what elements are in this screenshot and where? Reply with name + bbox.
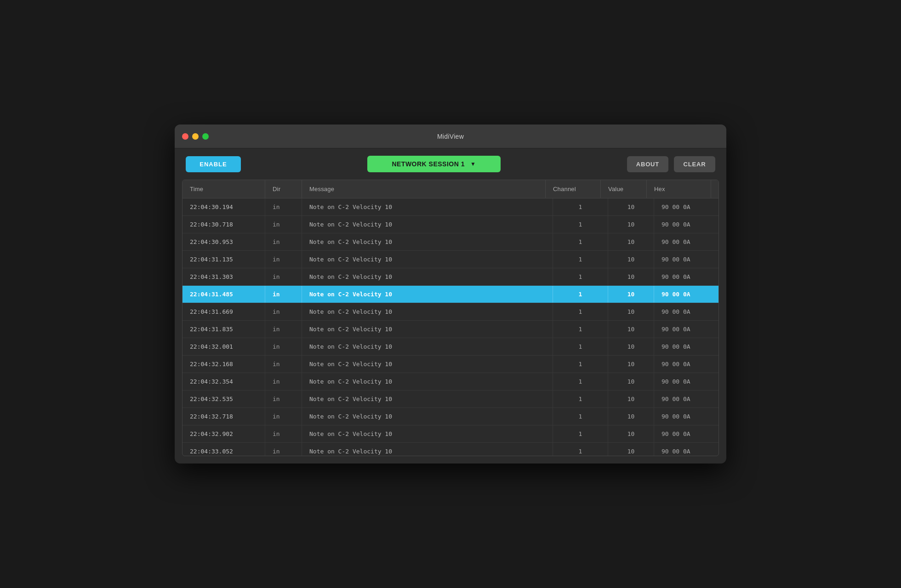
cell-channel: 1 [553, 356, 608, 373]
cell-hex: 90 00 0A [654, 198, 719, 215]
about-button[interactable]: ABOUT [627, 156, 668, 172]
table-row[interactable]: 22:04:32.001inNote on C-2 Velocity 10110… [182, 338, 719, 356]
col-value: Value [601, 180, 647, 198]
cell-hex: 90 00 0A [654, 408, 719, 425]
col-scroll [711, 180, 719, 198]
table-row[interactable]: 22:04:33.052inNote on C-2 Velocity 10110… [182, 443, 719, 456]
session-dropdown[interactable]: NETWORK SESSION 1 ▼ [367, 156, 501, 172]
cell-time: 22:04:32.718 [182, 408, 265, 425]
cell-hex: 90 00 0A [654, 286, 719, 303]
cell-hex: 90 00 0A [654, 390, 719, 407]
cell-channel: 1 [553, 286, 608, 303]
cell-channel: 1 [553, 425, 608, 442]
cell-value: 10 [608, 233, 654, 250]
cell-channel: 1 [553, 408, 608, 425]
cell-time: 22:04:31.303 [182, 268, 265, 285]
table-body[interactable]: 22:04:30.194inNote on C-2 Velocity 10110… [182, 198, 719, 456]
cell-channel: 1 [553, 443, 608, 456]
cell-message: Note on C-2 Velocity 10 [302, 216, 553, 233]
cell-dir: in [265, 390, 302, 407]
col-dir: Dir [265, 180, 302, 198]
table-row[interactable]: 22:04:32.902inNote on C-2 Velocity 10110… [182, 425, 719, 443]
cell-value: 10 [608, 425, 654, 442]
cell-value: 10 [608, 216, 654, 233]
cell-time: 22:04:31.835 [182, 321, 265, 338]
table-row[interactable]: 22:04:32.718inNote on C-2 Velocity 10110… [182, 408, 719, 425]
cell-time: 22:04:30.194 [182, 198, 265, 215]
cell-hex: 90 00 0A [654, 233, 719, 250]
cell-message: Note on C-2 Velocity 10 [302, 233, 553, 250]
cell-channel: 1 [553, 303, 608, 320]
col-channel: Channel [546, 180, 601, 198]
table-row[interactable]: 22:04:31.669inNote on C-2 Velocity 10110… [182, 303, 719, 321]
cell-message: Note on C-2 Velocity 10 [302, 338, 553, 355]
cell-dir: in [265, 338, 302, 355]
cell-hex: 90 00 0A [654, 268, 719, 285]
cell-message: Note on C-2 Velocity 10 [302, 268, 553, 285]
toolbar: ENABLE NETWORK SESSION 1 ▼ ABOUT CLEAR [175, 148, 726, 180]
cell-time: 22:04:32.902 [182, 425, 265, 442]
table-row[interactable]: 22:04:31.835inNote on C-2 Velocity 10110… [182, 321, 719, 338]
col-hex: Hex [647, 180, 711, 198]
cell-channel: 1 [553, 216, 608, 233]
col-message: Message [302, 180, 546, 198]
table-row[interactable]: 22:04:31.135inNote on C-2 Velocity 10110… [182, 251, 719, 268]
cell-time: 22:04:33.052 [182, 443, 265, 456]
cell-message: Note on C-2 Velocity 10 [302, 321, 553, 338]
cell-channel: 1 [553, 373, 608, 390]
maximize-button[interactable] [202, 133, 209, 140]
cell-hex: 90 00 0A [654, 338, 719, 355]
cell-time: 22:04:31.485 [182, 286, 265, 303]
chevron-down-icon: ▼ [470, 161, 476, 167]
table-row[interactable]: 22:04:32.354inNote on C-2 Velocity 10110… [182, 373, 719, 390]
table-header: Time Dir Message Channel Value Hex [182, 180, 719, 198]
enable-button[interactable]: ENABLE [186, 156, 241, 172]
cell-time: 22:04:32.535 [182, 390, 265, 407]
cell-dir: in [265, 303, 302, 320]
table-row[interactable]: 22:04:30.953inNote on C-2 Velocity 10110… [182, 233, 719, 251]
traffic-lights [182, 133, 209, 140]
cell-dir: in [265, 425, 302, 442]
cell-value: 10 [608, 356, 654, 373]
table-row[interactable]: 22:04:32.168inNote on C-2 Velocity 10110… [182, 356, 719, 373]
cell-message: Note on C-2 Velocity 10 [302, 443, 553, 456]
cell-time: 22:04:31.669 [182, 303, 265, 320]
cell-message: Note on C-2 Velocity 10 [302, 373, 553, 390]
cell-value: 10 [608, 443, 654, 456]
cell-message: Note on C-2 Velocity 10 [302, 303, 553, 320]
table-row[interactable]: 22:04:30.194inNote on C-2 Velocity 10110… [182, 198, 719, 216]
table-row[interactable]: 22:04:30.718inNote on C-2 Velocity 10110… [182, 216, 719, 233]
cell-channel: 1 [553, 198, 608, 215]
cell-dir: in [265, 443, 302, 456]
cell-hex: 90 00 0A [654, 303, 719, 320]
cell-value: 10 [608, 198, 654, 215]
cell-dir: in [265, 408, 302, 425]
table-row[interactable]: 22:04:31.303inNote on C-2 Velocity 10110… [182, 268, 719, 286]
close-button[interactable] [182, 133, 188, 140]
cell-channel: 1 [553, 321, 608, 338]
cell-dir: in [265, 198, 302, 215]
cell-channel: 1 [553, 338, 608, 355]
main-window: MidiView ENABLE NETWORK SESSION 1 ▼ ABOU… [175, 124, 726, 464]
cell-hex: 90 00 0A [654, 216, 719, 233]
cell-hex: 90 00 0A [654, 425, 719, 442]
titlebar: MidiView [175, 124, 726, 148]
cell-dir: in [265, 321, 302, 338]
cell-hex: 90 00 0A [654, 321, 719, 338]
session-label: NETWORK SESSION 1 [392, 160, 465, 168]
cell-dir: in [265, 268, 302, 285]
cell-hex: 90 00 0A [654, 356, 719, 373]
cell-message: Note on C-2 Velocity 10 [302, 356, 553, 373]
table-row[interactable]: 22:04:31.485inNote on C-2 Velocity 10110… [182, 286, 719, 303]
cell-value: 10 [608, 303, 654, 320]
cell-dir: in [265, 286, 302, 303]
table-row[interactable]: 22:04:32.535inNote on C-2 Velocity 10110… [182, 390, 719, 408]
cell-message: Note on C-2 Velocity 10 [302, 425, 553, 442]
minimize-button[interactable] [192, 133, 199, 140]
cell-value: 10 [608, 338, 654, 355]
clear-button[interactable]: CLEAR [674, 156, 715, 172]
cell-value: 10 [608, 408, 654, 425]
cell-time: 22:04:32.354 [182, 373, 265, 390]
cell-channel: 1 [553, 251, 608, 268]
cell-time: 22:04:31.135 [182, 251, 265, 268]
